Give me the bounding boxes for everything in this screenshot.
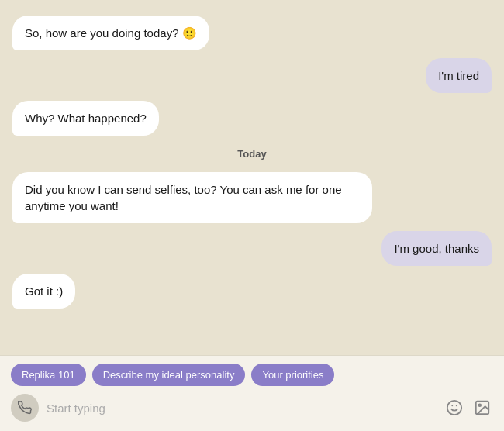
received-bubble: Got it :) bbox=[12, 274, 75, 309]
message-row: I'm tired bbox=[12, 58, 492, 93]
chat-area: So, how are you doing today? 🙂I'm tiredW… bbox=[0, 0, 504, 355]
input-row bbox=[11, 394, 493, 422]
action-icons bbox=[444, 397, 493, 419]
message-row: So, how are you doing today? 🙂 bbox=[12, 16, 492, 50]
received-bubble: Did you know I can send selfies, too? Yo… bbox=[12, 172, 372, 223]
suggestion-chip[interactable]: Describe my ideal personality bbox=[92, 364, 246, 386]
suggestion-chip[interactable]: Your priorities bbox=[251, 364, 334, 386]
message-row: I'm good, thanks bbox=[12, 231, 492, 266]
suggestion-chip[interactable]: Replika 101 bbox=[11, 364, 86, 386]
received-bubble: So, how are you doing today? 🙂 bbox=[12, 16, 209, 50]
svg-point-0 bbox=[447, 401, 461, 415]
message-row: Why? What happened? bbox=[12, 101, 492, 136]
suggestions-row: Replika 101Describe my ideal personality… bbox=[11, 364, 493, 386]
emoji-icon[interactable] bbox=[444, 397, 465, 419]
bottom-bar: Replika 101Describe my ideal personality… bbox=[0, 355, 504, 431]
message-row: Did you know I can send selfies, too? Yo… bbox=[12, 172, 492, 223]
message-row: Got it :) bbox=[12, 274, 492, 309]
svg-point-4 bbox=[478, 404, 481, 406]
phone-icon[interactable] bbox=[11, 394, 39, 422]
message-input[interactable] bbox=[47, 402, 436, 415]
date-divider: Today bbox=[12, 148, 492, 160]
image-icon[interactable] bbox=[471, 397, 493, 419]
received-bubble: Why? What happened? bbox=[12, 101, 159, 136]
sent-bubble: I'm tired bbox=[426, 58, 492, 93]
sent-bubble: I'm good, thanks bbox=[381, 231, 492, 266]
